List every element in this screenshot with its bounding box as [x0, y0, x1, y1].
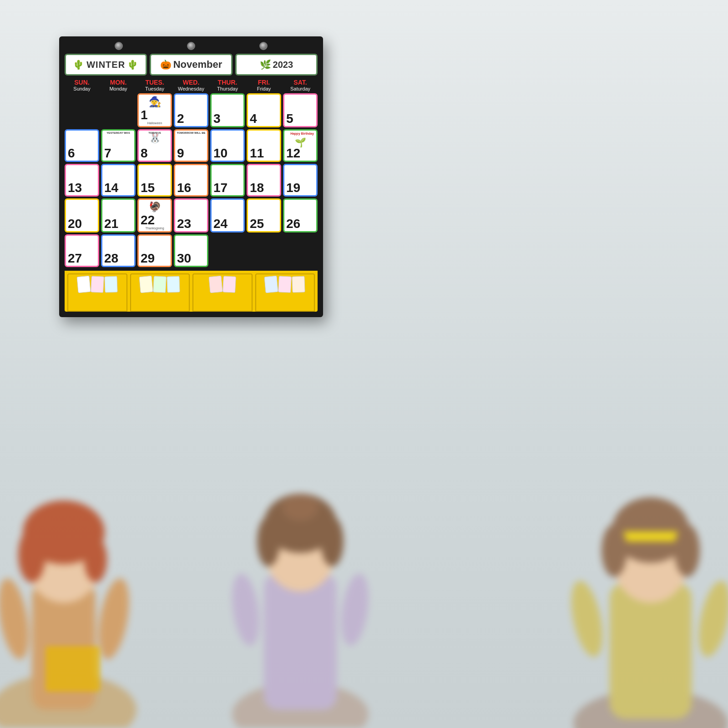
card-4 [139, 276, 153, 293]
event-icon: 🧙 [149, 96, 161, 108]
calendar-date-20: 20 [65, 198, 99, 233]
calendar-date-11: 11 [247, 129, 281, 162]
date-number: 9 [177, 147, 184, 160]
date-number: 28 [104, 252, 118, 265]
date-number: 18 [250, 182, 264, 194]
calendar-date-29: 29 [137, 234, 172, 267]
calendar-date-12: Happy Birthday🌱12 [283, 129, 318, 162]
birthday-icon: 🌱 [295, 137, 306, 148]
date-number: 19 [286, 182, 300, 194]
plant-icon-right: 🌵 [127, 59, 139, 70]
chair [46, 646, 100, 692]
calendar-date-22: 🦃22Thanksgiving [137, 198, 172, 233]
date-number: 7 [104, 147, 111, 160]
season-cell: 🌵 WINTER 🌵 [65, 54, 147, 76]
calendar-date-3: 3 [210, 93, 245, 127]
svg-point-24 [566, 578, 608, 660]
child3-figure [537, 419, 728, 728]
calendar-date-16: 16 [174, 164, 208, 197]
wall-calendar: 🌵 WINTER 🌵 🎃 November 🌿 2023 SUN. Sunday… [59, 36, 323, 317]
card-3 [104, 276, 117, 293]
calendar-date-9: TOMORROW WILL BE9 [174, 129, 208, 162]
date-number: 10 [213, 147, 228, 160]
svg-point-16 [337, 572, 373, 647]
date-number: 2 [177, 112, 184, 125]
date-number: 20 [68, 217, 82, 230]
date-number: 24 [213, 217, 228, 230]
card-2 [91, 276, 104, 293]
calendar-date-empty [101, 93, 136, 127]
svg-point-4 [18, 528, 46, 582]
date-number: 30 [177, 252, 191, 265]
card-9 [264, 276, 278, 293]
calendar-date-21: 21 [101, 198, 136, 233]
calendar-date-empty [210, 234, 245, 267]
svg-point-5 [84, 537, 107, 582]
calendar-date-17: 17 [210, 164, 245, 197]
svg-point-6 [0, 576, 34, 662]
season-label: WINTER [86, 60, 125, 70]
date-number: 25 [250, 217, 264, 230]
svg-point-13 [257, 516, 280, 566]
bottom-pockets [65, 271, 318, 312]
date-number: 5 [286, 112, 293, 125]
date-number: 14 [104, 182, 118, 194]
calendar-date-19: 19 [283, 164, 318, 197]
child2-figure [200, 419, 400, 728]
date-number: 1 [141, 109, 148, 121]
card-5 [153, 276, 167, 293]
date-number: 22 [141, 214, 155, 227]
date-number: 8 [141, 147, 148, 160]
calendar-date-18: 18 [247, 164, 281, 197]
date-number: 13 [68, 182, 82, 194]
day-sun: SUN. Sunday [65, 79, 99, 91]
year-cell: 🌿 2023 [235, 54, 318, 76]
svg-point-22 [602, 524, 627, 577]
pocket-1 [67, 273, 127, 312]
year-label: 2023 [273, 60, 293, 70]
event-label: Thanksgiving [141, 227, 169, 230]
day-headers: SUN. Sunday MON. Monday TUES. Tuesday WE… [65, 79, 318, 91]
card-6 [167, 276, 180, 293]
day-mon: MON. Monday [101, 79, 136, 91]
day-tue: TUES. Tuesday [137, 79, 172, 91]
card-11 [292, 276, 305, 293]
calendar-date-15: 15 [137, 164, 172, 197]
plant-icon-left: 🌵 [73, 59, 85, 70]
calendar-date-empty [65, 93, 99, 127]
calendar-date-8: TODAY IS🐰8 [137, 129, 172, 162]
calendar-date-7: YESTERDAY WAS7 [101, 129, 136, 162]
svg-point-23 [674, 524, 700, 577]
birthday-label: Happy Birthday [286, 132, 318, 135]
card-7 [208, 276, 222, 293]
date-number: 4 [250, 112, 257, 125]
card-10 [278, 276, 292, 293]
calendar-date-28: 28 [101, 234, 136, 267]
event-label: Halloween [141, 121, 169, 125]
day-wed: WED. Wednesday [174, 79, 208, 91]
pocket-4 [255, 273, 315, 312]
svg-point-14 [321, 516, 344, 566]
calendar-date-26: 26 [283, 198, 318, 233]
pocket-3 [192, 273, 253, 312]
date-number: 17 [213, 182, 228, 194]
card-1 [76, 276, 91, 293]
top-label: TOMORROW WILL BE [175, 131, 207, 134]
calendar-date-13: 13 [65, 164, 99, 197]
date-number: 21 [104, 217, 118, 230]
pocket-2 [130, 273, 190, 312]
svg-point-15 [228, 572, 263, 647]
month-label: November [173, 59, 222, 71]
day-thu: THUR. Thursday [210, 79, 245, 91]
svg-rect-9 [264, 573, 337, 710]
date-number: 29 [141, 252, 155, 265]
date-number: 3 [213, 112, 221, 125]
grommets [65, 42, 318, 50]
date-number: 6 [68, 147, 75, 160]
calendar-date-24: 24 [210, 198, 245, 233]
calendar-date-23: 23 [174, 198, 208, 233]
calendar-date-25: 25 [247, 198, 281, 233]
date-number: 12 [286, 147, 300, 160]
grommet-left [115, 42, 123, 50]
top-label: TODAY IS [139, 131, 171, 134]
